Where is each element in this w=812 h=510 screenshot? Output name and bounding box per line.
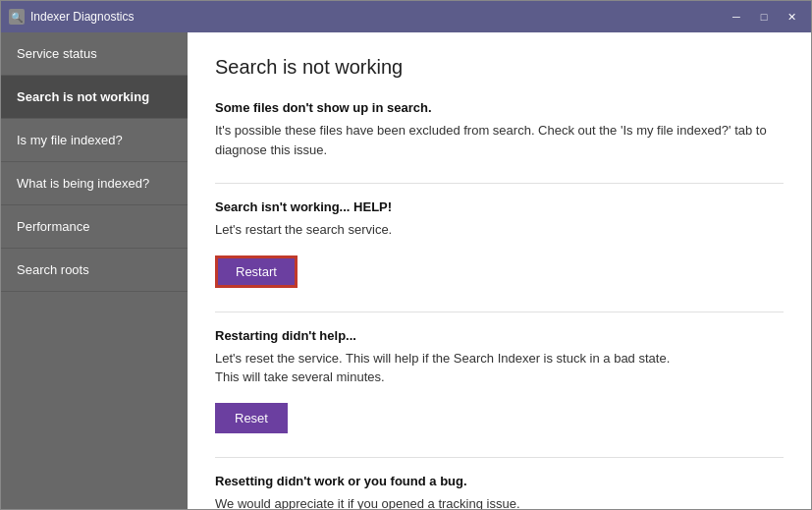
sidebar-item-search-roots[interactable]: Search roots [1,249,188,292]
section-resetting-didnt-work: Resetting didn't work or you found a bug… [215,474,784,510]
section-reset-desc: We would appreciate it if you opened a t… [215,494,784,510]
title-bar: 🔍 Indexer Diagnostics ─ □ ✕ [1,1,811,32]
section-search-desc: Let's restart the search service. [215,220,784,240]
reset-button[interactable]: Reset [215,403,288,433]
page-title: Search is not working [215,56,784,79]
main-content: Search is not working Some files don't s… [188,32,811,509]
section-files-title: Some files don't show up in search. [215,100,784,115]
section-files-desc: It's possible these files have been excl… [215,121,784,159]
divider-1 [215,183,784,184]
section-reset-title: Resetting didn't work or you found a bug… [215,474,784,488]
section-search-title: Search isn't working... HELP! [215,199,784,214]
minimize-button[interactable]: ─ [725,8,748,26]
app-icon: 🔍 [9,9,25,25]
section-search-not-working: Search isn't working... HELP! Let's rest… [215,199,784,288]
sidebar-item-is-file-indexed[interactable]: Is my file indexed? [1,119,188,162]
section-restart-title: Restarting didn't help... [215,328,784,343]
section-restarting-didnt-help: Restarting didn't help... Let's reset th… [215,328,784,433]
app-title: Indexer Diagnostics [30,10,134,24]
sidebar-item-search-not-working[interactable]: Search is not working [1,76,188,119]
section-files-not-showing: Some files don't show up in search. It's… [215,100,784,159]
app-body: Service status Search is not working Is … [1,32,811,509]
maximize-button[interactable]: □ [752,8,776,26]
title-bar-left: 🔍 Indexer Diagnostics [9,9,134,25]
section-restart-desc: Let's reset the service. This will help … [215,349,784,387]
sidebar-item-service-status[interactable]: Service status [1,32,188,76]
restart-button[interactable]: Restart [215,255,298,288]
divider-2 [215,312,784,312]
divider-3 [215,457,784,458]
sidebar-item-what-being-indexed[interactable]: What is being indexed? [1,162,188,205]
window-controls: ─ □ ✕ [725,8,803,26]
sidebar: Service status Search is not working Is … [1,32,188,509]
close-button[interactable]: ✕ [780,8,803,26]
sidebar-item-performance[interactable]: Performance [1,205,188,249]
